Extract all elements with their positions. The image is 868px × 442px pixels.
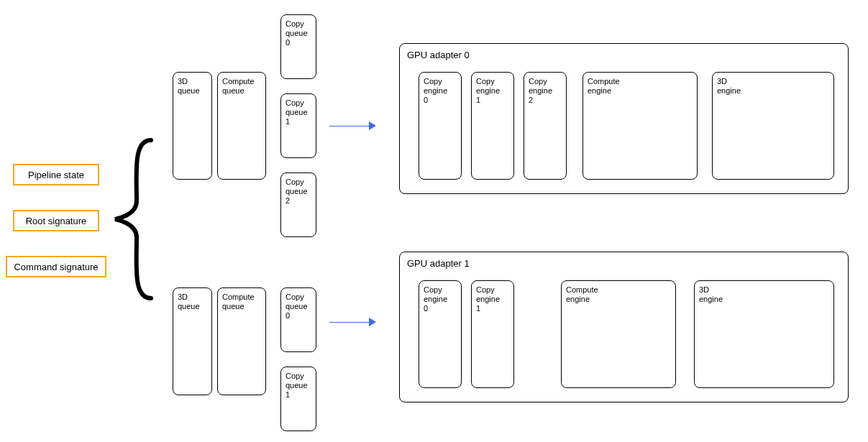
root-signature-box: Root signature: [13, 210, 99, 231]
top-3d-queue-label: 3Dqueue: [178, 77, 200, 95]
gpu1-3d-engine-label: 3Dengine: [699, 285, 723, 303]
gpu0-compute-engine-label: Computeengine: [588, 77, 620, 95]
command-signature-label: Command signature: [14, 262, 98, 272]
gpu0-copy-engine-0-label: Copyengine0: [424, 77, 447, 104]
gpu1-copy-engine-0-label: Copyengine0: [424, 285, 447, 313]
arrow-bot-head-icon: [369, 318, 376, 326]
arrow-bot-line: [329, 322, 369, 323]
top-compute-queue-label: Computequeue: [222, 77, 255, 95]
top-copy-queue-0-label: Copyqueue0: [285, 19, 308, 47]
gpu1-3d-engine: 3Dengine: [694, 280, 834, 388]
gpu0-copy-engine-2: Copyengine2: [524, 72, 567, 180]
pipeline-state-box: Pipeline state: [13, 164, 99, 185]
curly-brace-icon: [111, 137, 162, 302]
gpu1-compute-engine: Computeengine: [561, 280, 676, 388]
gpu0-compute-engine: Computeengine: [583, 72, 698, 180]
bot-copy-queue-1: Copyqueue1: [280, 367, 316, 431]
gpu-adapter-0-title: GPU adapter 0: [407, 50, 841, 60]
bot-copy-queue-1-label: Copyqueue1: [285, 372, 308, 399]
gpu1-copy-engine-1-label: Copyengine1: [476, 285, 500, 313]
top-copy-queue-2: Copyqueue2: [280, 172, 316, 237]
bot-compute-queue: Computequeue: [217, 287, 266, 395]
bot-compute-queue-label: Computequeue: [222, 293, 255, 310]
pipeline-state-label: Pipeline state: [28, 170, 84, 180]
top-copy-queue-2-label: Copyqueue2: [285, 178, 308, 205]
bot-copy-queue-0: Copyqueue0: [280, 287, 316, 352]
gpu0-copy-engine-0: Copyengine0: [419, 72, 462, 180]
bot-copy-queue-0-label: Copyqueue0: [285, 293, 308, 320]
top-copy-queue-1: Copyqueue1: [280, 93, 316, 158]
top-copy-queue-0: Copyqueue0: [280, 14, 316, 79]
command-signature-box: Command signature: [6, 256, 106, 277]
gpu1-copy-engine-0: Copyengine0: [419, 280, 462, 388]
top-compute-queue: Computequeue: [217, 72, 266, 180]
gpu0-copy-engine-1-label: Copyengine1: [476, 77, 500, 104]
bot-3d-queue: 3Dqueue: [173, 287, 212, 395]
bot-3d-queue-label: 3Dqueue: [178, 293, 200, 310]
gpu0-3d-engine-label: 3Dengine: [717, 77, 741, 95]
gpu0-copy-engine-2-label: Copyengine2: [529, 77, 552, 104]
gpu1-copy-engine-1: Copyengine1: [471, 280, 514, 388]
gpu-adapter-1-title: GPU adapter 1: [407, 258, 841, 269]
arrow-top-line: [329, 126, 369, 126]
gpu0-3d-engine: 3Dengine: [712, 72, 834, 180]
gpu0-copy-engine-1: Copyengine1: [471, 72, 514, 180]
root-signature-label: Root signature: [26, 216, 87, 226]
top-3d-queue: 3Dqueue: [173, 72, 212, 180]
gpu1-compute-engine-label: Computeengine: [566, 285, 598, 303]
arrow-top-head-icon: [369, 121, 376, 130]
top-copy-queue-1-label: Copyqueue1: [285, 98, 308, 126]
